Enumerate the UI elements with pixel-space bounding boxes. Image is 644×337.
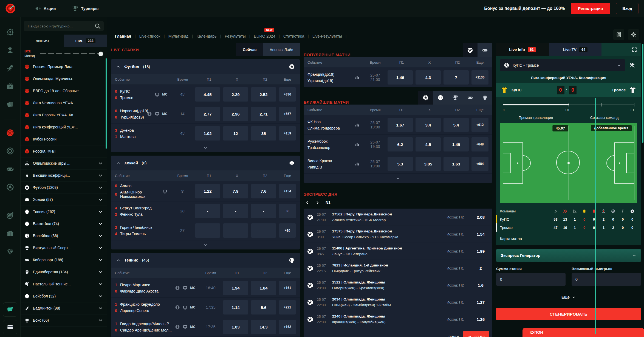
match-timeline[interactable] [503, 103, 634, 107]
nav-item[interactable]: Главная [111, 34, 135, 38]
more-odds-button[interactable]: +567 [279, 107, 296, 121]
rail-item[interactable] [6, 147, 14, 155]
register-button[interactable]: Регистрация [571, 3, 610, 14]
outcome-slider[interactable] [40, 52, 103, 56]
nav-item[interactable]: Мультивид [165, 34, 192, 38]
nav-item[interactable]: Live-список [136, 34, 164, 38]
upcoming-sport-tab[interactable] [433, 91, 448, 105]
express-row[interactable]: 25-0722:00 2034 | Олимпиада. Женщины США… [304, 294, 492, 311]
sidebar-scrollbar[interactable] [106, 58, 107, 149]
fullscreen-icon[interactable] [632, 47, 637, 52]
odd-button[interactable]: 1.84 [251, 281, 276, 295]
odd-button[interactable]: 4.3 [416, 70, 441, 85]
login-button[interactable]: Вход [616, 3, 639, 14]
more-odds-button[interactable]: 0 [279, 204, 296, 218]
sidebar-item[interactable]: Хоккей (57) [21, 194, 107, 206]
expand-section-button[interactable] [304, 173, 492, 183]
sidebar-item[interactable]: Теннис (252) [21, 206, 107, 218]
chevron-down-icon[interactable] [98, 233, 103, 238]
odd-button[interactable]: 2.29 [223, 87, 248, 102]
match-row[interactable]: 3 Дженоа 1 Мантова [111, 123, 300, 143]
odd-button[interactable]: - [223, 204, 248, 218]
odd-button[interactable]: 1.03 [223, 320, 248, 334]
odd-button[interactable]: 7 [444, 70, 469, 85]
more-odds-button[interactable]: +684 [471, 157, 488, 171]
chevron-down-icon[interactable] [98, 185, 103, 190]
more-odds-button[interactable]: +154 [279, 184, 296, 198]
sidebar-item[interactable]: Бокс (66) [21, 314, 107, 327]
settings-button[interactable] [628, 29, 639, 40]
express-row[interactable]: 25-0722:00 2240 | Олимпиада. Женщины Фра… [304, 311, 492, 328]
rail-item[interactable] [6, 248, 14, 256]
stats-bars-icon[interactable] [355, 142, 360, 147]
sidebar-item[interactable]: Настольный теннис... [21, 278, 107, 290]
odd-button[interactable]: 3.4 [416, 118, 441, 132]
more-odds-button[interactable]: +159 [279, 126, 296, 141]
sidebar-item[interactable]: Олимпийские игры ... [21, 158, 107, 170]
sidebar-item[interactable]: Футбол (1203) [21, 182, 107, 194]
stats-bars-icon[interactable] [355, 75, 360, 80]
expand-section-button[interactable] [111, 143, 300, 152]
more-odds-button[interactable]: +221 [279, 300, 296, 314]
sidebar-item[interactable]: Киберспорт (188) [21, 254, 107, 266]
sidebar-item[interactable]: Баскетбол (74) [21, 218, 107, 230]
more-odds-button[interactable]: +612 [471, 118, 488, 132]
odd-button[interactable]: 2.77 [195, 107, 220, 121]
express-row[interactable]: 26-070:45 11406 | Аргентина. Примера Див… [304, 243, 492, 260]
live-stakes-tab[interactable]: Анонсы Лайв [263, 43, 300, 56]
popular-sport-tab[interactable] [463, 43, 478, 57]
express-bet-button[interactable]: 37.53 [463, 331, 489, 337]
sidebar-item[interactable]: Кубок России [21, 133, 107, 145]
express-row[interactable]: 25-0722:15 7823 | Исландия. 1-й дивизион… [304, 260, 492, 277]
tab-live-info[interactable]: Live Info 61 [496, 43, 549, 56]
chevron-down-icon[interactable] [98, 209, 103, 214]
header-menu-item[interactable]: Акции [35, 5, 56, 12]
express-row[interactable]: 26-073:00 17575 | Перу. Примера Дивисион… [304, 226, 492, 243]
rail-bottom-item[interactable] [3, 302, 17, 317]
search-icon[interactable] [94, 23, 101, 29]
sidebar-item[interactable]: Лига Европы УЕФА. Кв... [21, 109, 107, 121]
odd-button[interactable]: 12 [223, 126, 248, 141]
odd-button[interactable]: - [251, 204, 276, 218]
odd-button[interactable]: 14.3 [251, 320, 276, 334]
popular-sport-tab[interactable] [478, 43, 492, 57]
search-input[interactable] [24, 21, 104, 31]
odd-button[interactable]: 35 [251, 126, 276, 141]
match-row[interactable]: 0 Алмаз 0 АКМ-Юниор Новомосковск [111, 181, 300, 201]
lineups-link[interactable]: Составы команд [590, 116, 618, 120]
odd-button[interactable]: - [223, 223, 248, 238]
more-odds-button[interactable]: +10 [279, 223, 296, 238]
sport-section-header[interactable]: Теннис (46) [111, 253, 300, 268]
nav-item[interactable]: NEW EURO 2024 [250, 34, 279, 38]
chevron-down-icon[interactable] [98, 257, 103, 263]
match-row[interactable]: 1 Франциско Керундоло 0 Лоренцо Сонего [111, 297, 300, 317]
odd-button[interactable]: 5.3 [388, 157, 413, 171]
match-select[interactable]: КуПС - Тромсе [500, 59, 625, 71]
sidebar-item[interactable]: Олимпиада. Мужчины. [21, 73, 107, 85]
stake-input[interactable] [496, 273, 566, 286]
odd-button[interactable]: - [195, 204, 220, 218]
sport-section-header[interactable]: Хоккей (8) [111, 156, 300, 170]
center-column-scrollbar[interactable] [595, 98, 596, 334]
chevron-down-icon[interactable] [98, 318, 103, 323]
sidebar-item[interactable]: Высший коэффици... [21, 170, 107, 182]
odd-button[interactable]: 1.67 [388, 118, 413, 132]
coupon-panel[interactable]: КУПОН [522, 328, 644, 337]
chevron-right-icon[interactable] [315, 201, 320, 205]
express-row[interactable]: 25-0721:00 17562 | Перу. Примера Дивисио… [304, 209, 492, 226]
live-stakes-tab[interactable]: Сейчас [236, 43, 263, 56]
stats-bars-icon[interactable] [355, 161, 360, 166]
odd-button[interactable]: - [251, 223, 276, 238]
unpin-button[interactable] [627, 62, 637, 68]
odd-button[interactable]: 5.6 [251, 300, 276, 314]
match-row[interactable]: 0 Норвегия(до19) 0 Турция(до19) [111, 104, 300, 123]
odd-button[interactable]: 3.85 [416, 157, 441, 171]
sidebar-item[interactable]: Лига конференций УЕФ... [21, 121, 107, 133]
brand-logo[interactable] [0, 3, 21, 14]
chevron-down-icon[interactable] [98, 282, 103, 287]
express-row[interactable]: 25-0720:00 1522 | Олимпиада. Женщины Ниг… [304, 277, 492, 294]
chevron-down-icon[interactable] [98, 245, 103, 251]
more-odds-button[interactable]: +1136 [471, 70, 488, 85]
chevron-down-icon[interactable] [98, 161, 103, 166]
match-row[interactable]: Франция(до19)Украина(до19) 25-0721:00 1.… [304, 68, 492, 87]
